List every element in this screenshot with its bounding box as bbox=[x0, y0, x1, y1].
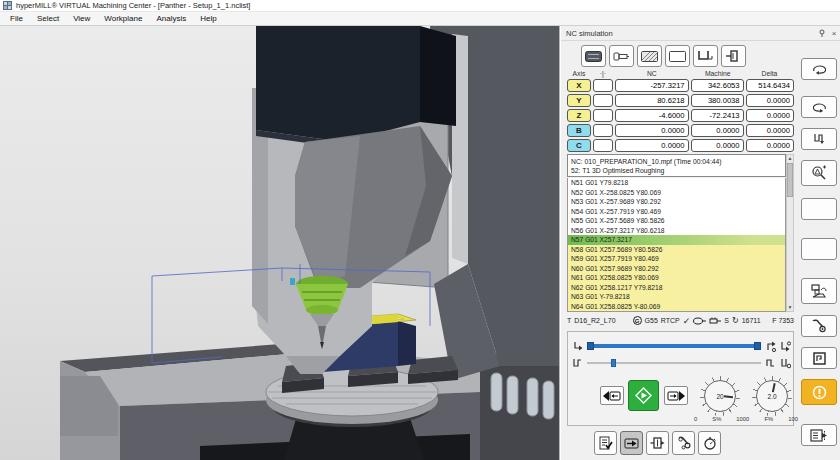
nc-line[interactable]: N56 G01 X-257.3217 Y80.6218 bbox=[568, 226, 785, 236]
nc-line[interactable]: N60 G01 X257.9689 Y80.292 bbox=[568, 264, 785, 274]
axis-z-button[interactable]: Z bbox=[567, 109, 591, 122]
g-function-icon: G bbox=[633, 316, 642, 325]
show-stock-button[interactable] bbox=[581, 45, 606, 67]
position-slider[interactable] bbox=[587, 358, 761, 368]
time-analysis-button[interactable] bbox=[698, 431, 721, 455]
analysis-zoom-button[interactable] bbox=[801, 160, 837, 186]
rotate-table-ccw-button[interactable] bbox=[801, 58, 837, 80]
scroll-down-icon[interactable]: ▼ bbox=[787, 304, 793, 311]
axis-x-button[interactable]: X bbox=[567, 79, 591, 92]
nc-line[interactable]: N64 G01 X258.0825 Y-80.069 bbox=[568, 302, 785, 312]
spindle-prefix: S bbox=[724, 317, 729, 324]
blank-button-1[interactable] bbox=[801, 198, 837, 220]
range-slider[interactable] bbox=[587, 341, 761, 351]
tool-settings-button[interactable] bbox=[672, 431, 695, 455]
status-row: T D16_R2_L70 G G55 RTCP ✓ S ↻ 16711 F 73… bbox=[567, 314, 794, 327]
menu-select[interactable]: Select bbox=[31, 13, 65, 24]
show-section-button[interactable] bbox=[637, 45, 662, 67]
nc-line[interactable]: N53 G01 X-257.9689 Y80.292 bbox=[568, 197, 785, 207]
machine-icon bbox=[810, 283, 828, 299]
axis-b-delta: 0.0000 bbox=[746, 124, 794, 137]
nc-line[interactable]: N61 G01 X258.0825 Y80.069 bbox=[568, 273, 785, 283]
position-thumb[interactable] bbox=[611, 359, 616, 367]
range-end-icon[interactable] bbox=[765, 341, 776, 352]
position-options-icon[interactable] bbox=[780, 358, 791, 369]
menu-file[interactable]: File bbox=[4, 13, 29, 24]
range-options-icon[interactable] bbox=[780, 341, 791, 352]
axis-b-button[interactable]: B bbox=[567, 124, 591, 137]
menu-analysis[interactable]: Analysis bbox=[150, 13, 192, 24]
feed-override-dial[interactable]: 2.0 bbox=[752, 376, 792, 416]
col-nc: NC bbox=[613, 70, 691, 77]
nc-line[interactable]: N63 G01 Y-79.8218 bbox=[568, 292, 785, 302]
title-bar: hyperMILL® VIRTUAL Machining Center - [P… bbox=[0, 0, 840, 12]
axis-y-nc: 80.6218 bbox=[615, 94, 689, 107]
menu-view[interactable]: View bbox=[67, 13, 96, 24]
program-window-button[interactable] bbox=[801, 347, 837, 369]
follow-toolpath-button[interactable] bbox=[801, 128, 837, 150]
single-block-button[interactable] bbox=[620, 431, 643, 455]
settings-button[interactable] bbox=[801, 315, 837, 337]
rotate-table-cw-button[interactable] bbox=[801, 96, 837, 118]
axis-z-delta: 0.0000 bbox=[746, 109, 794, 122]
spindle-override-dial[interactable]: 20 bbox=[700, 376, 740, 416]
nc-report-button[interactable] bbox=[594, 431, 617, 455]
range-thumb-end[interactable] bbox=[754, 342, 761, 350]
show-fixtures-button[interactable] bbox=[721, 45, 746, 67]
dial-min: 0 bbox=[694, 416, 697, 422]
menu-help[interactable]: Help bbox=[194, 13, 222, 24]
blank-button-2[interactable] bbox=[801, 238, 837, 260]
step-back-button[interactable] bbox=[600, 386, 624, 405]
position-start-icon[interactable] bbox=[572, 358, 583, 369]
warning-stop-button[interactable] bbox=[801, 379, 837, 405]
axis-y-button[interactable]: Y bbox=[567, 94, 591, 107]
boxed-program-icon bbox=[813, 352, 826, 365]
nc-line[interactable]: N59 G01 X257.7919 Y80.469 bbox=[568, 254, 785, 264]
spindle-speed: 16711 bbox=[742, 317, 761, 324]
tool-prefix: T bbox=[567, 317, 571, 324]
axis-c-button[interactable]: C bbox=[567, 139, 591, 152]
dial-max: 100 bbox=[736, 416, 746, 422]
show-workpiece-button[interactable] bbox=[665, 45, 690, 67]
nc-line[interactable]: N58 G01 X257.5689 Y80.5826 bbox=[568, 245, 785, 255]
lubrication-icon bbox=[709, 317, 721, 325]
range-thumb-start[interactable] bbox=[587, 342, 594, 350]
machine-room-button[interactable] bbox=[801, 278, 837, 304]
warning-icon bbox=[812, 385, 827, 400]
nc-simulation-panel: NC simulation × bbox=[561, 26, 840, 460]
tool-change-button[interactable] bbox=[646, 431, 669, 455]
show-tool-button[interactable] bbox=[609, 45, 634, 67]
program-scrollbar[interactable]: ▲ ▼ bbox=[786, 154, 794, 312]
program-listing[interactable]: N51 G01 Y79.8218 N52 G01 X-258.0825 Y80.… bbox=[567, 178, 786, 312]
menu-workplane[interactable]: Workplane bbox=[98, 13, 148, 24]
axis-z-nc: -4.6000 bbox=[615, 109, 689, 122]
machine-3d-viewport[interactable] bbox=[0, 26, 560, 460]
range-start-icon[interactable] bbox=[572, 341, 583, 352]
wrench-gear-icon bbox=[811, 319, 827, 333]
nc-line[interactable]: N55 G01 X-257.5689 Y80.5826 bbox=[568, 216, 785, 226]
axis-c-flag bbox=[593, 139, 613, 152]
show-table-button[interactable] bbox=[693, 45, 718, 67]
panel-title: NC simulation bbox=[561, 29, 816, 38]
position-end-icon[interactable] bbox=[765, 358, 776, 369]
position-slider-row bbox=[572, 356, 791, 370]
start-simulation-button[interactable] bbox=[628, 380, 659, 411]
nc-line[interactable]: N51 G01 Y79.8218 bbox=[568, 178, 785, 188]
axis-y-flag bbox=[593, 94, 613, 107]
nc-line[interactable]: N52 G01 X-258.0825 Y80.069 bbox=[568, 188, 785, 198]
machine-scene bbox=[0, 26, 560, 460]
range-slider-row bbox=[572, 339, 791, 353]
axis-c-delta: 0.0000 bbox=[746, 139, 794, 152]
step-forward-button[interactable] bbox=[664, 386, 688, 405]
nc-line[interactable]: N62 G01 X258.1217 Y79.8218 bbox=[568, 283, 785, 293]
axis-table-header: Axis ·|· NC Machine Delta bbox=[567, 68, 794, 78]
scrollbar-thumb[interactable] bbox=[787, 163, 793, 197]
scroll-up-icon[interactable]: ▲ bbox=[787, 155, 793, 162]
app-icon bbox=[3, 1, 12, 10]
nc-line-current[interactable]: N57 G01 X257.3217 bbox=[568, 235, 785, 245]
export-list-button[interactable] bbox=[801, 424, 837, 446]
feed-override-value: 2.0 bbox=[752, 376, 792, 416]
nc-line[interactable]: N54 G01 X-257.7919 Y80.469 bbox=[568, 207, 785, 217]
axis-row-y: Y 80.6218 380.0038 0.0000 bbox=[567, 93, 794, 108]
analysis-magnifier-icon bbox=[811, 165, 828, 181]
